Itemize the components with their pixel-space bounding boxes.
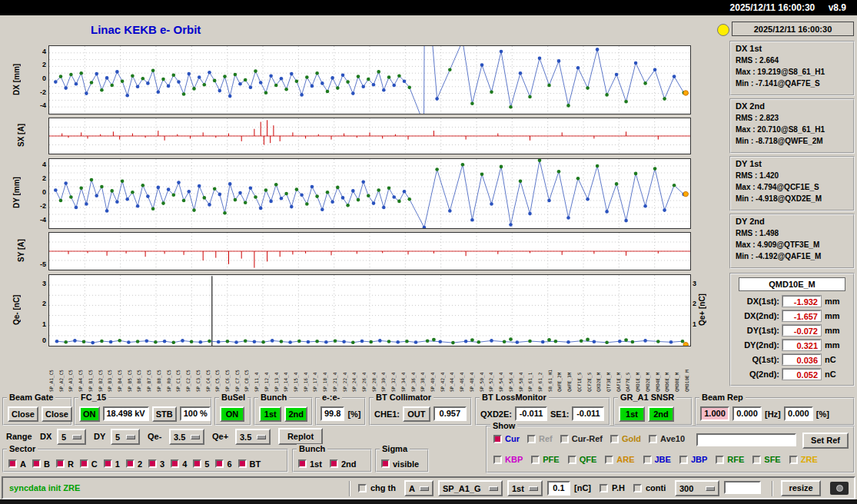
data-point	[331, 76, 334, 80]
data-point	[141, 184, 145, 187]
data-point	[580, 339, 583, 343]
data-point	[528, 95, 532, 99]
cur-checkbox[interactable]	[493, 435, 502, 443]
data-point	[396, 340, 400, 344]
dx-plot-canvas	[49, 46, 690, 114]
resize-button[interactable]: resize	[781, 480, 821, 496]
a-checkbox[interactable]	[8, 459, 17, 468]
range-qep-select[interactable]: 3.5	[235, 429, 271, 445]
axis-tick: 0	[31, 188, 46, 196]
data-point	[226, 340, 230, 343]
jbp-checkbox[interactable]	[679, 456, 688, 464]
gr-a1-1st-button[interactable]: 1st	[619, 406, 645, 422]
replot-button[interactable]: Replot	[278, 428, 323, 445]
data-point	[55, 340, 59, 343]
range-dx-select[interactable]: 5	[57, 429, 86, 445]
zre-checkbox[interactable]	[789, 456, 798, 464]
data-point	[172, 194, 176, 197]
6-checkbox[interactable]	[215, 459, 224, 468]
busel-panel: BuSel ON	[214, 397, 251, 426]
1st-checkbox[interactable]	[298, 459, 307, 468]
data-point	[566, 340, 570, 344]
camera-icon[interactable]	[830, 482, 849, 495]
data-point	[566, 104, 570, 108]
toggle-item: 4	[171, 459, 187, 469]
fc15-stb-button[interactable]: STB	[152, 406, 177, 422]
kbp-checkbox[interactable]	[493, 456, 502, 464]
data-point	[438, 340, 442, 343]
data-point	[669, 340, 673, 344]
data-point	[141, 77, 145, 81]
sfe-checkbox[interactable]	[752, 456, 761, 464]
bunch-1st-button[interactable]: 1st	[259, 406, 281, 422]
dy-plot	[48, 158, 691, 229]
chg-th-checkbox[interactable]	[358, 484, 367, 492]
beam-gate-close-1-button[interactable]: Close	[8, 406, 38, 422]
data-point	[274, 183, 278, 187]
3-checkbox[interactable]	[148, 459, 157, 468]
range-dy-select[interactable]: 5	[111, 429, 140, 445]
bpm-label: SP_61_1	[527, 347, 533, 392]
ph-checkbox[interactable]	[600, 484, 608, 492]
r-checkbox[interactable]	[56, 459, 65, 468]
data-point	[79, 187, 83, 191]
bpm-row-label: DX(2nd):	[735, 311, 779, 320]
5-checkbox[interactable]	[193, 459, 201, 468]
jbe-checkbox[interactable]	[643, 456, 652, 464]
sector-select[interactable]: A	[404, 480, 433, 496]
1-checkbox[interactable]	[104, 459, 112, 468]
sy-axis-label: SY [A]	[17, 232, 25, 269]
range-qep-label: Qe+	[212, 432, 228, 441]
axis-tick: -4	[31, 101, 46, 109]
data-point	[217, 340, 221, 344]
data-point	[490, 339, 493, 343]
se1-value-display: -0.011	[572, 406, 604, 421]
stat-rms: RMS : 2.664	[736, 55, 853, 66]
ref-checkbox[interactable]	[527, 435, 536, 443]
conti-checkbox[interactable]	[633, 484, 642, 492]
beam-gate-close-2-button[interactable]: Close	[42, 406, 72, 422]
bpm-label: QWFE_3M	[566, 347, 572, 392]
qfe-checkbox[interactable]	[568, 456, 576, 464]
che1-out-button[interactable]: OUT	[403, 406, 430, 422]
cur-ref-checkbox[interactable]	[560, 435, 569, 443]
bpm-row-label: DX(1st):	[735, 297, 779, 306]
gr-a1-snsr-label: GR_A1 SNSR	[618, 393, 676, 403]
stat-title: DX 1st	[736, 44, 853, 53]
2-checkbox[interactable]	[126, 459, 135, 468]
rfe-checkbox[interactable]	[716, 456, 724, 464]
data-point	[208, 71, 211, 75]
data-point	[387, 187, 391, 191]
2nd-checkbox[interactable]	[330, 459, 338, 468]
bunch-order-select[interactable]: 1st	[507, 480, 543, 496]
gr-a1-2nd-button[interactable]: 2nd	[648, 406, 674, 422]
status-message: syncdata init ZRE	[9, 483, 80, 492]
bt-checkbox[interactable]	[238, 459, 247, 468]
sp-select[interactable]: SP_A1_G	[438, 480, 503, 496]
cur-toggle-label: Cur	[505, 434, 520, 443]
ref-file-input[interactable]	[696, 433, 796, 446]
zre-toggle-label: ZRE	[801, 455, 818, 464]
gold-checkbox[interactable]	[610, 435, 619, 443]
ave10-checkbox[interactable]	[649, 435, 657, 443]
are-checkbox[interactable]	[605, 456, 613, 464]
busel-on-button[interactable]: ON	[220, 406, 244, 422]
toggle-item: 6	[215, 459, 231, 469]
4-checkbox[interactable]	[171, 459, 179, 468]
range-qem-select[interactable]: 3.5	[169, 429, 204, 445]
data-point	[470, 338, 474, 342]
sx-plot-canvas	[49, 118, 690, 154]
b-checkbox[interactable]	[32, 459, 41, 468]
stat-dy-2nd: DY 2nd RMS : 1.498 Max : 4.909@QTF3E_M M…	[729, 214, 855, 269]
status-text-input[interactable]	[724, 481, 761, 494]
c-checkbox[interactable]	[80, 459, 88, 468]
data-point	[673, 75, 676, 78]
points-count-select[interactable]: 300	[675, 480, 719, 496]
set-ref-button[interactable]: Set Ref	[802, 433, 849, 449]
bunch-2nd-button[interactable]: 2nd	[284, 406, 307, 422]
fc15-on-button[interactable]: ON	[79, 406, 100, 422]
data-point	[249, 85, 253, 89]
pfe-checkbox[interactable]	[531, 456, 540, 464]
visible-checkbox[interactable]	[381, 459, 390, 468]
data-point	[264, 188, 268, 192]
